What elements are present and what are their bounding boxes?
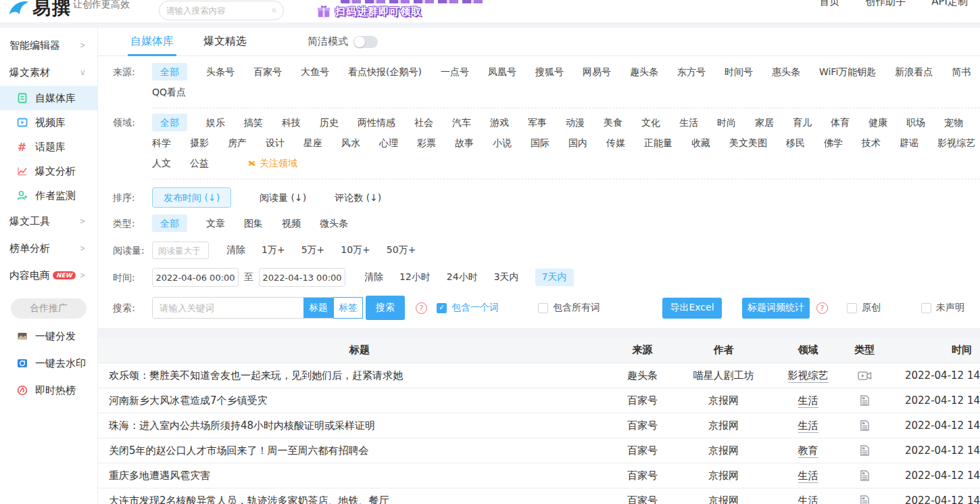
top-nav-link[interactable]: 创作助手 [865,0,906,8]
row-field-link[interactable]: 生活 [798,469,818,483]
undeclared-checkbox[interactable]: 未声明 [921,302,964,314]
field-option[interactable]: 职场 [906,112,925,133]
field-option[interactable]: 体育 [831,112,850,133]
field-option[interactable]: 传媒 [606,133,625,153]
field-option[interactable]: 家居 [755,112,774,133]
sidebar-item[interactable]: # 爆文分析 [0,159,97,183]
time-to-input[interactable] [259,268,345,287]
field-option[interactable]: 社会 [414,112,433,133]
row-title-link[interactable]: 关闭5年的赵公口人才市场回来了！周一至周六都有招聘会 [98,444,610,457]
field-option[interactable]: 小说 [493,133,512,153]
read-count-quick-option[interactable]: 1万+ [262,244,285,256]
source-option[interactable]: 简书 [952,62,971,82]
sidebar-group-tools[interactable]: 爆文工具 > [0,208,97,235]
field-option[interactable]: 设计 [266,133,285,153]
sidebar-item[interactable]: # 一键去水印 [0,350,97,377]
field-option[interactable]: 影视综艺 [937,133,975,153]
sidebar-group-editor[interactable]: 智能编辑器 > [0,32,97,59]
source-option[interactable]: WiFi万能钥匙 [819,62,876,82]
checkbox-icon[interactable] [538,303,548,313]
sidebar-item[interactable]: # 即时热榜 [0,377,97,404]
field-option[interactable]: 国际 [531,133,549,153]
type-option[interactable]: 文章 [206,213,225,233]
help-question-icon[interactable]: ? [816,302,828,314]
read-count-quick-option[interactable]: 5万+ [301,244,325,256]
field-option[interactable]: 心理 [379,133,398,153]
source-option[interactable]: QQ看点 [152,82,186,102]
type-option[interactable]: 微头条 [320,213,348,233]
row-author[interactable]: 京报网 [675,469,773,482]
field-option[interactable]: 收藏 [691,133,710,153]
read-count-quick-option[interactable]: 10万+ [341,244,370,256]
field-option[interactable]: 两性情感 [358,112,395,133]
row-author[interactable]: 京报网 [675,394,773,407]
sidebar-group-rank[interactable]: 榜单分析 > [0,235,97,262]
row-field-link[interactable]: 生活 [798,394,818,408]
row-title-link[interactable]: 重庆多地遭遇风雹灾害 [98,469,610,482]
cooperation-promo-pill[interactable]: 合作推广 [11,298,87,319]
field-option[interactable]: 星座 [303,133,322,153]
type-option[interactable]: 全部 [152,214,187,232]
sort-option[interactable]: 评论数 (↓) [335,187,381,208]
sort-option[interactable]: 发布时间 (↓) [152,187,231,208]
field-option[interactable]: 佛学 [824,133,843,153]
field-option[interactable]: 搞笑 [244,112,263,133]
logo[interactable]: 易撰 [7,0,72,20]
segment-tag-button[interactable]: 标签 [333,297,363,319]
include-one-checkbox[interactable]: 包含一个词 [437,302,499,314]
read-count-input[interactable] [152,242,209,259]
top-nav-link[interactable]: API定制 [931,0,968,8]
field-option[interactable]: 宠物 [944,112,963,133]
source-option[interactable]: 新浪看点 [895,62,933,82]
field-option[interactable]: 美文美图 [729,133,767,153]
field-option[interactable]: 全部 [152,114,187,131]
field-option[interactable]: 历史 [320,112,339,133]
time-quick-option[interactable]: 12小时 [399,271,431,283]
row-author[interactable]: 京报网 [675,419,773,432]
source-option[interactable]: 大鱼号 [301,62,329,82]
sidebar-item[interactable]: # 作者监测 [0,183,97,208]
row-title-link[interactable]: 大连市发现2名核酸异常人员，轨迹涉多家奶茶店、地铁、餐厅 [98,495,610,504]
row-title-link[interactable]: 欢乐颂：樊胜美不知道舍友也一起来玩，见到她们后，赶紧请求她 [98,369,610,382]
checkbox-icon[interactable] [437,303,447,313]
time-quick-option[interactable]: 清除 [364,271,383,283]
field-option[interactable]: 美食 [604,112,622,133]
field-option[interactable]: 摄影 [190,133,209,153]
field-option[interactable]: 育儿 [793,112,812,133]
source-option[interactable]: 凤凰号 [488,62,516,82]
source-option[interactable]: 全部 [152,63,187,81]
include-all-checkbox[interactable]: 包含所有词 [538,302,600,314]
row-field-link[interactable]: 影视综艺 [788,369,829,383]
field-option[interactable]: 游戏 [490,112,509,133]
field-option[interactable]: 人文 [152,153,171,173]
sidebar-item[interactable]: # 话题库 [0,135,97,159]
type-option[interactable]: 视频 [282,213,301,233]
help-question-icon[interactable]: ? [416,302,427,314]
time-quick-option[interactable]: 7天内 [535,269,574,286]
row-field-link[interactable]: 教育 [798,444,818,458]
time-quick-option[interactable]: 24小时 [447,271,478,283]
field-option[interactable]: 汽车 [452,112,471,133]
type-option[interactable]: 图集 [244,213,263,233]
row-title-link[interactable]: 珠海：进入室内公共场所须持48小时内核酸证明或采样证明 [98,419,610,432]
row-title-link[interactable]: 河南新乡大风冰雹造成7个乡镇受灾 [98,394,610,407]
field-option[interactable]: 故事 [455,133,474,153]
checkbox-icon[interactable] [921,303,931,313]
field-option[interactable]: 动漫 [566,112,585,133]
field-option[interactable]: 时尚 [717,112,736,133]
time-from-input[interactable] [152,268,239,287]
row-field-link[interactable]: 生活 [798,419,818,433]
simple-mode-toggle[interactable] [353,36,378,48]
row-author[interactable]: 喵星人剧工坊 [675,369,773,382]
original-checkbox[interactable]: 原创 [847,302,881,314]
field-option[interactable]: 技术 [862,133,881,153]
field-option[interactable]: 彩票 [417,133,436,153]
source-option[interactable]: 惠头条 [772,62,800,82]
sidebar-group-ecommerce[interactable]: 内容电商 NEW > [0,262,97,289]
sidebar-group-material[interactable]: 爆文素材 v [0,59,97,86]
field-option[interactable]: 娱乐 [206,112,225,133]
source-option[interactable]: 网易号 [583,62,611,82]
field-option[interactable]: 风水 [341,133,360,153]
word-frequency-button[interactable]: 标题词频统计 [742,298,810,319]
source-option[interactable]: 搜狐号 [535,62,564,82]
